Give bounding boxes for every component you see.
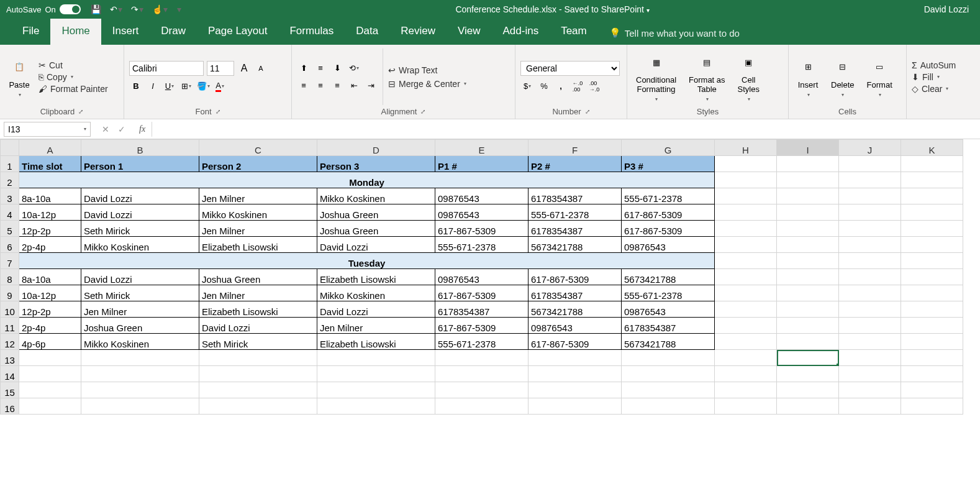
row-header-10[interactable]: 10 bbox=[1, 301, 19, 318]
row-header-12[interactable]: 12 bbox=[1, 334, 19, 350]
cell-A10[interactable]: 12p-2p bbox=[19, 301, 81, 318]
undo-icon[interactable]: ↶▾ bbox=[110, 4, 122, 14]
cell-A5[interactable]: 12p-2p bbox=[19, 221, 81, 237]
cell-B5[interactable]: Seth Mirick bbox=[81, 221, 199, 237]
cell-I7[interactable] bbox=[777, 253, 839, 269]
cell-G8[interactable]: 5673421788 bbox=[622, 269, 715, 285]
cell-I8[interactable] bbox=[777, 269, 839, 285]
cell-C15[interactable] bbox=[199, 382, 317, 398]
formula-input[interactable] bbox=[152, 122, 980, 137]
cell-C14[interactable] bbox=[199, 366, 317, 382]
cell-F9[interactable]: 6178354387 bbox=[529, 285, 622, 301]
row-header-9[interactable]: 9 bbox=[1, 285, 19, 301]
cell-H2[interactable] bbox=[715, 172, 777, 188]
cell-K13[interactable] bbox=[901, 350, 963, 366]
cell-E5[interactable]: 617-867-5309 bbox=[435, 221, 529, 237]
cell-H10[interactable] bbox=[715, 301, 777, 318]
cell-G12[interactable]: 5673421788 bbox=[622, 334, 715, 350]
cell-G3[interactable]: 555-671-2378 bbox=[622, 188, 715, 204]
cell-G1[interactable]: P3 # bbox=[622, 156, 715, 172]
cell-A16[interactable] bbox=[19, 398, 81, 415]
tab-page-layout[interactable]: Page Layout bbox=[197, 19, 278, 45]
cell-F15[interactable] bbox=[529, 382, 622, 398]
cell-D4[interactable]: Joshua Green bbox=[317, 204, 435, 221]
cell-G9[interactable]: 555-671-2378 bbox=[622, 285, 715, 301]
cut-button[interactable]: ✂Cut bbox=[39, 60, 108, 70]
enter-formula-icon[interactable]: ✓ bbox=[118, 124, 125, 134]
align-center-icon[interactable]: ≡ bbox=[314, 79, 327, 93]
cell-G14[interactable] bbox=[622, 366, 715, 382]
col-header-B[interactable]: B bbox=[81, 140, 199, 156]
tab-insert[interactable]: Insert bbox=[101, 19, 150, 45]
tab-formulas[interactable]: Formulas bbox=[278, 19, 345, 45]
cell-I6[interactable] bbox=[777, 237, 839, 253]
name-box[interactable]: I13 ▾ bbox=[4, 122, 91, 137]
cell-H6[interactable] bbox=[715, 237, 777, 253]
cell-E6[interactable]: 555-671-2378 bbox=[435, 237, 529, 253]
cell-G16[interactable] bbox=[622, 398, 715, 415]
cell-A7[interactable]: Tuesday bbox=[19, 253, 715, 269]
increase-font-icon[interactable]: A bbox=[237, 62, 251, 75]
cell-F5[interactable]: 6178354387 bbox=[529, 221, 622, 237]
cell-D3[interactable]: Mikko Koskinen bbox=[317, 188, 435, 204]
cell-A9[interactable]: 10a-12p bbox=[19, 285, 81, 301]
namebox-dropdown-icon[interactable]: ▾ bbox=[84, 126, 86, 132]
cell-B9[interactable]: Seth Mirick bbox=[81, 285, 199, 301]
cell-K6[interactable] bbox=[901, 237, 963, 253]
cell-F11[interactable]: 09876543 bbox=[529, 318, 622, 334]
cell-H12[interactable] bbox=[715, 334, 777, 350]
cell-H9[interactable] bbox=[715, 285, 777, 301]
cell-G15[interactable] bbox=[622, 382, 715, 398]
row-header-13[interactable]: 13 bbox=[1, 350, 19, 366]
cell-A14[interactable] bbox=[19, 366, 81, 382]
align-middle-icon[interactable]: ≡ bbox=[314, 62, 327, 75]
format-cells-button[interactable]: ▭Format▾ bbox=[863, 48, 896, 105]
cell-B1[interactable]: Person 1 bbox=[81, 156, 199, 172]
cell-F6[interactable]: 5673421788 bbox=[529, 237, 622, 253]
font-color-button[interactable]: A▾ bbox=[213, 80, 227, 93]
cell-B14[interactable] bbox=[81, 366, 199, 382]
row-header-4[interactable]: 4 bbox=[1, 204, 19, 221]
cell-J5[interactable] bbox=[839, 221, 901, 237]
align-right-icon[interactable]: ≡ bbox=[330, 79, 344, 93]
underline-button[interactable]: U▾ bbox=[163, 80, 176, 93]
cell-H16[interactable] bbox=[715, 398, 777, 415]
cell-J14[interactable] bbox=[839, 366, 901, 382]
font-size-combo[interactable] bbox=[207, 61, 234, 76]
col-header-G[interactable]: G bbox=[622, 140, 715, 156]
cell-I13[interactable] bbox=[777, 350, 839, 366]
borders-button[interactable]: ⊞▾ bbox=[179, 80, 193, 93]
italic-button[interactable]: I bbox=[146, 80, 160, 93]
cell-F8[interactable]: 617-867-5309 bbox=[529, 269, 622, 285]
row-header-11[interactable]: 11 bbox=[1, 318, 19, 334]
cell-C8[interactable]: Joshua Green bbox=[199, 269, 317, 285]
autosum-button[interactable]: ΣAutoSum bbox=[912, 60, 975, 70]
row-header-3[interactable]: 3 bbox=[1, 188, 19, 204]
cell-F12[interactable]: 617-867-5309 bbox=[529, 334, 622, 350]
font-name-combo[interactable] bbox=[129, 61, 204, 76]
cell-H5[interactable] bbox=[715, 221, 777, 237]
cell-F13[interactable] bbox=[529, 350, 622, 366]
cell-B11[interactable]: Joshua Green bbox=[81, 318, 199, 334]
cell-D12[interactable]: Elizabeth Lisowski bbox=[317, 334, 435, 350]
col-header-I[interactable]: I bbox=[777, 140, 839, 156]
cell-K11[interactable] bbox=[901, 318, 963, 334]
cell-E15[interactable] bbox=[435, 382, 529, 398]
cell-A2[interactable]: Monday bbox=[19, 172, 715, 188]
touch-mode-icon[interactable]: ☝▾ bbox=[152, 4, 168, 14]
cell-G10[interactable]: 09876543 bbox=[622, 301, 715, 318]
clear-button[interactable]: ◇Clear▾ bbox=[912, 84, 975, 94]
cancel-formula-icon[interactable]: ✕ bbox=[102, 124, 109, 134]
cell-J4[interactable] bbox=[839, 204, 901, 221]
cell-K5[interactable] bbox=[901, 221, 963, 237]
cell-D5[interactable]: Joshua Green bbox=[317, 221, 435, 237]
qat-customize-icon[interactable]: ▾ bbox=[177, 4, 181, 14]
cell-I11[interactable] bbox=[777, 318, 839, 334]
cell-C12[interactable]: Seth Mirick bbox=[199, 334, 317, 350]
cell-E8[interactable]: 09876543 bbox=[435, 269, 529, 285]
cell-C3[interactable]: Jen Milner bbox=[199, 188, 317, 204]
copy-button[interactable]: ⎘Copy▾ bbox=[39, 72, 108, 82]
cell-I1[interactable] bbox=[777, 156, 839, 172]
format-painter-button[interactable]: 🖌Format Painter bbox=[39, 84, 108, 94]
tab-data[interactable]: Data bbox=[345, 19, 389, 45]
